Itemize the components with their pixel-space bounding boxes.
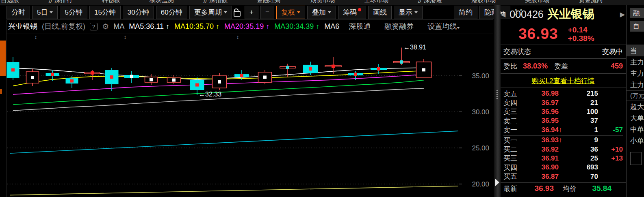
fund-flow-row: 中单 [627, 124, 644, 135]
candle-marker-dot [218, 80, 221, 84]
caret-down-icon [457, 27, 460, 29]
tab-30min[interactable]: 30分钟 [123, 6, 154, 19]
stock-code: 000426 [510, 9, 543, 20]
simple-button[interactable]: 简约 [454, 6, 477, 19]
order-book-row[interactable]: 买二36.9236+10 [501, 145, 626, 154]
buy-l2-link[interactable]: 购买L2查看十档行情 [532, 76, 595, 86]
help-icon[interactable]: ? [90, 23, 98, 30]
order-book-row[interactable]: 买一36.93↑9 [501, 136, 626, 145]
order-book-row[interactable]: 买五36.8770 [501, 172, 626, 181]
order-book-row[interactable]: 买四36.90693 [501, 163, 626, 172]
chouma-button[interactable]: 筹码 [338, 6, 366, 19]
rong-button[interactable]: 融 [630, 8, 644, 18]
y-axis-label: 20.00 [472, 180, 489, 188]
top-nav-item[interactable]: 港股市场 [471, 0, 496, 4]
zoom-in-button[interactable]: + [245, 6, 258, 19]
ma-value: MA6 [324, 22, 339, 31]
chart-left-border [6, 20, 7, 197]
lock-icon [234, 11, 241, 17]
event-arrow-icon: ↕ [236, 34, 239, 40]
ma-value: MA5:36.11 ↑ [129, 22, 169, 31]
drawline-button[interactable]: 画线 [368, 6, 392, 19]
candle-marker-dot [51, 73, 54, 76]
ma-settings-link[interactable]: 设置均线 [427, 21, 460, 31]
quote-panel: ◀ 000426 兴业银锡 ▶ 36.93 +0.14 +0.38% 交易状态 … [501, 5, 626, 197]
top-nav-item[interactable]: 期货市场 [310, 0, 335, 4]
top-nav-strip: 自选股沪深排行科创板板块监测沪深指数金融理财期货市场全球市场沪深港通港股市场美股… [0, 0, 644, 5]
overlay-button[interactable]: 叠加 [307, 6, 336, 19]
status-label: 交易状态 [503, 47, 531, 56]
top-nav-item[interactable]: 资金流向 [579, 0, 603, 4]
weibi-label: 委比 [503, 62, 517, 71]
candle-marker-dot [263, 75, 267, 79]
candle-marker-dot [332, 64, 335, 68]
avg-price: 35.84 [577, 184, 611, 193]
order-book-row[interactable]: 卖一36.94↑1-57 [501, 126, 626, 135]
order-book-row[interactable]: 卖四36.9721 [501, 98, 626, 107]
fuquan-button[interactable]: 复权 [276, 6, 305, 19]
candlestick-chart[interactable]: 35.0030.0025.0020.00←38.91←32.33↕↕↕ [0, 34, 493, 197]
rongzirongquan-link[interactable]: 融资融券 [384, 21, 414, 31]
chart-legend-row: 兴业银锡 (日线,前复权) ? ⚙ MA MA5:36.11 ↑MA10:35.… [8, 21, 460, 31]
candle-marker-dot [91, 71, 94, 75]
top-nav-item[interactable]: 自选股 [1, 0, 19, 4]
l2-promo-row: 购买L2查看十档行情 [501, 73, 626, 88]
fund-flow-row: 小单 [627, 135, 644, 146]
top-nav-item[interactable]: 美股市场 [525, 0, 549, 4]
ma-value: MA30:34.39 ↑ [274, 22, 319, 31]
order-book-row[interactable]: 卖五36.98215 [501, 89, 626, 98]
top-nav-item[interactable]: 金融理财 [257, 0, 281, 4]
change-value: +0.14 [568, 26, 594, 34]
zixuan-button[interactable]: 自 [630, 21, 644, 32]
tab-15min[interactable]: 15分钟 [89, 6, 121, 19]
trend-line-ma120 [10, 131, 458, 153]
tab-fenshi[interactable]: 分时 [7, 6, 30, 19]
tab-5day[interactable]: 5日 [32, 6, 58, 19]
ask-levels: 卖五36.98215卖四36.9721卖三36.96100卖二36.9537卖一… [501, 89, 626, 135]
order-book-row[interactable]: 卖三36.96100 [501, 107, 626, 116]
top-nav-item[interactable]: 沪深排行 [48, 0, 73, 4]
lock-button[interactable] [232, 6, 243, 19]
weibi-row: 委比 38.03% 委差 459 [501, 58, 626, 73]
candle-marker-dot [130, 75, 133, 78]
price-annotation: ←32.33 [199, 91, 221, 98]
top-nav-item[interactable]: 科创板 [102, 0, 120, 4]
fund-flow-row: 主力 [627, 56, 644, 68]
order-book-row[interactable]: 买三36.9125+13 [501, 154, 626, 163]
fund-flow-table: 当主力主力主力(万元超大大单中单小单 [627, 45, 644, 146]
ma-indicator-label: MA [113, 22, 124, 31]
trend-line-ma250 [10, 186, 458, 195]
top-nav-item[interactable]: 板块监测 [150, 0, 174, 4]
order-book: 卖五36.98215卖四36.9721卖三36.96100卖二36.9537卖一… [501, 88, 626, 181]
fund-flow-row: 主力 [627, 79, 644, 90]
panel-splitter[interactable] [494, 5, 501, 197]
shenggutong-link[interactable]: 深股通 [349, 21, 371, 31]
divider-line [7, 34, 493, 34]
left-edge-accent [0, 41, 6, 76]
next-stock-icon[interactable]: ▶ [620, 11, 625, 18]
zoom-out-button[interactable]: − [260, 6, 274, 19]
display-button[interactable]: 显示 [394, 6, 423, 19]
caret-down-icon [50, 11, 53, 13]
tab-more-period[interactable]: 更多周期 [189, 6, 232, 19]
avg-label: 均价 [563, 184, 577, 193]
candle-marker-dot [195, 83, 199, 86]
tab-5min[interactable]: 5分钟 [60, 6, 87, 19]
period-toolbar: 分时5日5分钟15分钟30分钟60分钟更多周期 [7, 5, 234, 19]
price-change: +0.14 +0.38% [568, 26, 594, 43]
candle-marker-dot [354, 73, 357, 76]
weicha-label: 委差 [554, 62, 568, 71]
top-nav-item[interactable]: 沪深港通 [418, 0, 442, 4]
splitter-grip-icon[interactable] [496, 90, 497, 91]
candle-marker-dot [240, 74, 243, 77]
prev-stock-icon[interactable]: ◀ [501, 11, 505, 18]
weicha-value: 459 [611, 62, 623, 71]
top-nav-item[interactable]: 全球市场 [364, 0, 388, 4]
tab-60min[interactable]: 60分钟 [156, 6, 187, 19]
ma-value: MA20:35.19 ↑ [224, 22, 269, 31]
top-nav-item[interactable]: 沪深指数 [203, 0, 228, 4]
candle-marker-dot [70, 79, 74, 83]
gear-icon[interactable]: ⚙ [102, 22, 109, 31]
order-book-row[interactable]: 卖二36.9537 [501, 116, 626, 125]
collapse-panel-icon[interactable] [495, 178, 499, 186]
